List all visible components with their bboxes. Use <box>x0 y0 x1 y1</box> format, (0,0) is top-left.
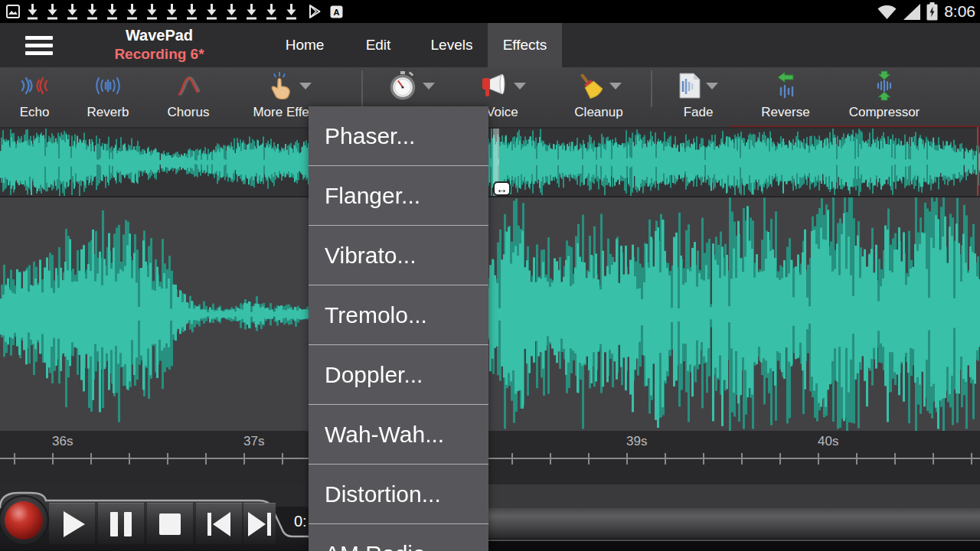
toolbar-reverb-label: Reverb <box>87 105 129 120</box>
download-icon <box>224 3 239 20</box>
download-icon <box>85 3 100 20</box>
download-icon <box>185 3 199 20</box>
effects-toolbar: Echo Reverb Chorus More Effects <box>0 67 980 127</box>
fade-document-icon <box>678 72 701 99</box>
toolbar-echo-label: Echo <box>20 105 50 120</box>
timeline-ruler[interactable]: 36s 37s 39s 40s <box>0 431 980 484</box>
download-icon <box>125 3 139 20</box>
download-icon <box>105 3 119 20</box>
record-button[interactable] <box>5 501 43 540</box>
toolbar-fade-button[interactable]: Fade <box>668 67 729 124</box>
tab-home[interactable]: Home <box>276 23 334 67</box>
signal-icon <box>902 4 922 20</box>
compressor-icon <box>871 70 898 101</box>
download-icon <box>45 3 60 20</box>
timeline-label-40s: 40s <box>818 434 838 449</box>
download-icon <box>25 3 40 20</box>
toolbar-compressor-label: Compressor <box>849 105 920 120</box>
toolbar-echo-button[interactable]: Echo <box>4 67 65 124</box>
toolbar-reverb-button[interactable]: Reverb <box>77 67 139 124</box>
overview-selection-top-line <box>729 126 980 127</box>
stop-icon <box>159 514 181 535</box>
timeline-label-39s: 39s <box>626 434 647 449</box>
next-button[interactable] <box>243 503 276 544</box>
waveform-overview-canvas[interactable] <box>0 129 980 196</box>
svg-text:A: A <box>334 7 340 16</box>
previous-button[interactable] <box>196 503 242 544</box>
wifi-icon <box>877 4 897 20</box>
dropdown-arrow-icon <box>706 83 718 90</box>
download-icon <box>65 3 80 20</box>
download-icon <box>204 3 219 20</box>
reverse-arrow-icon <box>772 71 799 100</box>
dropdown-arrow-icon <box>299 83 312 90</box>
system-status-icons: 8:06 <box>877 2 975 21</box>
previous-icon <box>207 512 230 536</box>
voice-megaphone-icon <box>479 72 509 99</box>
effects-dropdown-menu: Phaser... Flanger... Vibrato... Tremolo.… <box>309 106 488 551</box>
notification-icons: A <box>6 3 343 20</box>
more-effects-hand-icon <box>267 71 295 100</box>
tab-edit[interactable]: Edit <box>351 23 406 67</box>
menu-item-wah-wah[interactable]: Wah-Wah... <box>309 405 488 465</box>
play-store-icon <box>309 4 322 19</box>
chorus-icon <box>174 72 203 99</box>
toolbar-cleanup-label: Cleanup <box>574 105 622 120</box>
menu-item-doppler[interactable]: Doppler... <box>309 345 488 405</box>
pause-button[interactable] <box>98 503 144 544</box>
download-icon <box>165 3 179 20</box>
play-button[interactable] <box>49 503 95 544</box>
clock: 8:06 <box>944 2 975 21</box>
toolbar-compressor-button[interactable]: Compressor <box>846 67 923 124</box>
menu-hamburger-icon[interactable] <box>25 33 53 57</box>
menu-item-distortion[interactable]: Distortion... <box>309 465 488 524</box>
battery-charging-icon <box>926 2 938 21</box>
toolbar-voice-label: Voice <box>486 105 518 120</box>
tab-levels[interactable]: Levels <box>420 23 484 67</box>
toolbar-chorus-label: Chorus <box>168 105 210 120</box>
speed-stopwatch-icon <box>387 70 418 101</box>
timeline-label-37s: 37s <box>243 434 264 449</box>
toolbar-cleanup-button[interactable]: Cleanup <box>564 67 633 124</box>
menu-item-tremolo[interactable]: Tremolo... <box>309 285 488 345</box>
toolbar-fade-label: Fade <box>684 105 714 120</box>
app-title: WavePad <box>84 25 234 45</box>
dropdown-arrow-icon <box>609 83 622 90</box>
waveform-main-canvas[interactable] <box>0 197 980 431</box>
toolbar-divider <box>361 70 363 107</box>
dropdown-arrow-icon <box>423 83 435 90</box>
pause-icon <box>110 512 132 536</box>
toolbar-divider <box>651 70 652 107</box>
echo-icon <box>20 72 49 99</box>
menu-item-phaser[interactable]: Phaser... <box>309 106 488 166</box>
document-title: Recording 6* <box>84 45 234 64</box>
timeline-label-36s: 36s <box>52 434 73 449</box>
play-icon <box>64 511 85 537</box>
timeline-line <box>0 458 980 459</box>
transport-controls: 0: <box>0 488 337 551</box>
letter-a-icon: A <box>330 5 343 18</box>
next-icon <box>248 512 271 536</box>
wavepad-app: A 8:06 WavePad Recording 6* Home Edit Le… <box>0 0 980 551</box>
menu-item-flanger[interactable]: Flanger... <box>309 166 488 226</box>
image-icon <box>6 5 20 18</box>
toolbar-reverse-label: Reverse <box>761 105 809 120</box>
toolbar-reverse-button[interactable]: Reverse <box>751 67 820 124</box>
cleanup-broom-icon <box>576 71 605 100</box>
dropdown-arrow-icon <box>514 83 526 90</box>
selection-handle-badge[interactable]: ↔ <box>493 181 511 196</box>
tab-effects[interactable]: Effects <box>488 23 562 67</box>
overview-selection-right-line <box>977 127 978 196</box>
toolbar-chorus-button[interactable]: Chorus <box>158 67 219 124</box>
title-block: WavePad Recording 6* <box>84 25 234 64</box>
download-icon <box>244 3 259 20</box>
download-icon <box>264 3 279 20</box>
status-bar: A 8:06 <box>0 0 980 23</box>
download-icon <box>145 3 159 20</box>
reverb-icon <box>93 72 122 99</box>
stop-button[interactable] <box>147 503 193 544</box>
menu-item-am-radio[interactable]: AM Radio... <box>309 524 488 551</box>
menu-item-vibrato[interactable]: Vibrato... <box>309 226 488 285</box>
download-icon <box>284 3 299 20</box>
